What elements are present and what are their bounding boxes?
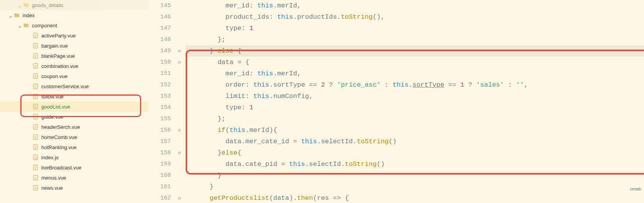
line-number: 147 [148,23,171,34]
code-line[interactable]: mer_id: this.merId, [186,68,644,79]
line-number: 155 [148,113,171,125]
tree-file[interactable]: VheaderSerch.vue [0,122,148,132]
line-number: 148 [148,34,171,45]
svg-text:V: V [34,34,37,38]
tree-item-label: goods_details [32,2,63,8]
code-line[interactable]: getProductslist(data).then(res => { [186,192,644,203]
tree-item-label: coupon.vue [41,73,67,79]
watermark-text: crmeb [630,187,641,191]
tree-file[interactable]: Vbargain.vue [0,41,148,51]
tree-item-label: news.vue [41,185,63,191]
line-number: 161 [148,181,171,192]
line-number: 156 [148,125,171,136]
code-line[interactable]: } [186,170,644,181]
vue-file-icon: V [33,94,40,99]
tree-item-label: index [23,12,35,18]
fold-toggle-icon[interactable]: ⊟ [178,150,181,155]
code-line[interactable]: }; [186,34,644,45]
tree-folder[interactable]: ⌄component [0,20,148,30]
tree-item-label: follow.vue [41,94,64,100]
svg-text:V: V [34,65,37,69]
folder-icon [23,2,30,8]
tree-item-label: activeParty.vue [41,33,76,39]
code-line[interactable]: mer_id: this.merId, [186,0,644,11]
line-number: 150 [148,57,171,68]
chevron-down-icon[interactable]: ⌄ [17,22,23,29]
code-line[interactable]: data.cate_pid = this.selectId.toString() [186,158,644,170]
tree-file[interactable]: Vguide.vue [0,112,148,122]
svg-text:V: V [34,136,37,140]
tree-folder[interactable]: ⌄index [0,10,148,20]
tree-file[interactable]: VactiveParty.vue [0,30,148,41]
tree-file[interactable]: VgoodList.vue [0,102,148,112]
code-line[interactable]: limit: this.numConfig, [186,91,644,102]
code-content[interactable]: mer_id: this.merId, product_ids: this.pr… [183,0,644,203]
line-number: 158 [148,147,171,158]
fold-toggle-icon[interactable]: ⊟ [178,196,181,201]
vue-file-icon: V [33,185,40,191]
vue-file-icon: V [33,144,40,150]
tree-item-label: headerSerch.vue [41,124,80,130]
tree-folder[interactable]: ⌄goods_details [0,0,148,10]
fold-toggle-icon[interactable]: ⊟ [178,60,181,65]
svg-text:V: V [34,75,37,79]
tree-file[interactable]: Vcombination.vue [0,61,148,71]
code-line[interactable]: } else { [186,45,644,57]
code-line[interactable]: }; [186,113,644,125]
code-line[interactable]: type: 1 [186,23,644,34]
line-number: 145 [148,0,171,11]
svg-text:JS: JS [34,157,37,160]
fold-toggle-icon[interactable]: ⊟ [178,48,181,53]
code-line[interactable]: data = { [186,57,644,68]
code-line[interactable]: }else{ [186,147,644,158]
line-number: 154 [148,102,171,113]
tree-file[interactable]: VblankPage.vue [0,51,148,61]
tree-item-label: customerService.vue [41,84,89,89]
svg-text:V: V [34,126,37,130]
tree-file[interactable]: Vnews.vue [0,183,148,193]
vue-file-icon: V [33,175,40,180]
svg-text:V: V [34,85,37,89]
line-number: 152 [148,79,171,91]
svg-text:V: V [34,95,37,99]
code-line[interactable]: type: 1 [186,102,644,113]
line-number: 153 [148,91,171,102]
vue-file-icon: V [33,43,40,48]
tree-file[interactable]: Vfollow.vue [0,91,148,102]
fold-toggle-icon[interactable]: ⊟ [178,128,181,133]
vue-file-icon: V [33,33,40,38]
line-number: 149 [148,45,171,57]
svg-text:V: V [34,105,37,109]
code-editor[interactable]: 1451461471481491501511521531541551561571… [148,0,644,203]
tree-item-label: hotRanking.vue [41,144,76,150]
code-line[interactable]: data.mer_cate_id = this.selectId.toStrin… [186,136,644,147]
vue-file-icon: V [33,63,40,69]
chevron-down-icon[interactable]: ⌄ [8,12,13,19]
tree-file[interactable]: JSindex.js [0,152,148,162]
tree-file[interactable]: VhomeComb.vue [0,132,148,142]
tree-file[interactable]: VliveBroadcast.vue [0,162,148,173]
svg-text:V: V [34,176,37,180]
vue-file-icon: V [33,134,40,140]
svg-text:V: V [34,45,37,48]
tree-file[interactable]: VcustomerService.vue [0,81,148,91]
tree-file[interactable]: Vmenus.vue [0,173,148,183]
file-tree-sidebar[interactable]: ⌄goods_details⌄index⌄componentVactivePar… [0,0,148,203]
svg-text:V: V [34,146,37,150]
chevron-down-icon[interactable]: ⌄ [17,2,23,9]
svg-text:V: V [34,187,37,191]
folder-icon [14,12,21,18]
tree-item-label: component [32,23,57,28]
fold-column[interactable]: ⊟⊟⊟⊟⊟ [176,0,183,203]
line-number: 159 [148,158,171,170]
tree-file[interactable]: VhotRanking.vue [0,142,148,152]
tree-item-label: blankPage.vue [41,53,75,59]
code-line[interactable]: } [186,181,644,192]
code-line[interactable]: if(this.merId){ [186,125,644,136]
vue-file-icon: V [33,165,40,170]
code-line[interactable]: order: this.sortType == 2 ? 'price_asc' … [186,79,644,91]
tree-file[interactable]: Vcoupon.vue [0,71,148,81]
vue-file-icon: V [33,84,40,89]
svg-text:V: V [34,116,37,119]
code-line[interactable]: product_ids: this.productIds.toString(), [186,11,644,23]
